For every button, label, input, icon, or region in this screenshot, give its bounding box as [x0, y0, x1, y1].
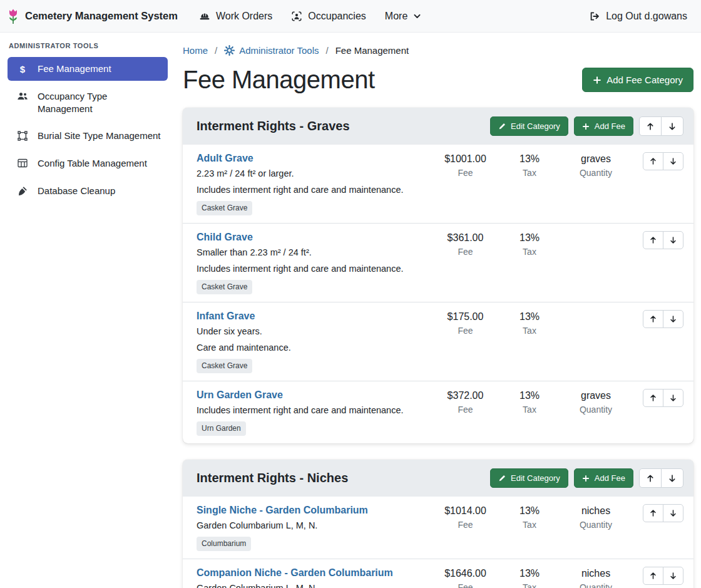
edit-category-label: Edit Category — [511, 473, 560, 483]
move-fee-up-button[interactable] — [643, 504, 663, 522]
fee-name-link[interactable]: Single Niche - Garden Columbarium — [197, 505, 368, 516]
move-category-up-button[interactable] — [639, 116, 662, 136]
move-fee-up-button[interactable] — [643, 231, 663, 249]
add-fee-category-button[interactable]: Add Fee Category — [582, 68, 693, 92]
nav-work-orders-label: Work Orders — [216, 11, 272, 22]
fee-details: Companion Niche - Garden Columbarium Gar… — [193, 566, 432, 588]
gear-icon — [224, 45, 235, 56]
breadcrumb-current: Fee Management — [335, 45, 409, 56]
edit-category-button[interactable]: Edit Category — [490, 116, 568, 136]
fee-amount: $175.00 — [432, 311, 498, 322]
fee-reorder-group — [631, 566, 683, 585]
fee-details: Single Niche - Garden Columbarium Garden… — [193, 503, 432, 551]
page-header: Fee Management Add Fee Category — [183, 66, 693, 94]
chevron-down-icon — [413, 12, 421, 20]
pencil-icon — [498, 123, 506, 130]
app-brand[interactable]: Cemetery Management System — [6, 8, 178, 24]
fee-row: Infant Grave Under six years. Care and m… — [183, 302, 693, 381]
move-category-down-button[interactable] — [661, 116, 683, 136]
move-fee-down-button[interactable] — [663, 231, 683, 249]
fee-name-link[interactable]: Companion Niche - Garden Columbarium — [197, 567, 393, 579]
fee-quantity-label: Quantity — [561, 582, 631, 588]
arrow-up-icon — [649, 509, 657, 517]
move-fee-down-button[interactable] — [663, 389, 683, 407]
arrow-down-icon — [669, 157, 677, 165]
edit-category-button[interactable]: Edit Category — [490, 468, 568, 488]
fee-name-link[interactable]: Adult Grave — [197, 153, 253, 164]
fee-description: Garden Columbarium L, M, N. — [197, 582, 432, 588]
move-fee-up-button[interactable] — [643, 389, 663, 407]
add-fee-button[interactable]: Add Fee — [574, 116, 633, 136]
arrow-down-icon — [669, 394, 677, 402]
fee-type-badge: Casket Grave — [197, 280, 252, 294]
fee-quantity-col: niches Quantity — [561, 566, 631, 588]
fee-name-link[interactable]: Child Grave — [197, 232, 253, 243]
move-fee-up-button[interactable] — [643, 152, 663, 170]
add-fee-label: Add Fee — [595, 473, 625, 483]
logout-label: Log Out d.gowans — [606, 11, 687, 22]
fee-name-link[interactable]: Urn Garden Grave — [197, 389, 283, 401]
breadcrumb-home-link[interactable]: Home — [183, 45, 208, 56]
fee-amount: $1001.00 — [432, 153, 498, 165]
move-category-down-button[interactable] — [661, 468, 683, 488]
fee-amount-col: $361.00 Fee — [432, 230, 498, 257]
fee-description: Includes interment right and care and ma… — [197, 404, 432, 416]
nav-more[interactable]: More — [385, 11, 421, 22]
breadcrumb-admin-tools-link[interactable]: Administrator Tools — [224, 45, 319, 56]
move-fee-down-button[interactable] — [663, 310, 683, 328]
arrow-up-icon — [649, 157, 657, 165]
move-fee-down-button[interactable] — [663, 152, 683, 170]
arrow-up-icon — [649, 572, 657, 580]
add-fee-label: Add Fee — [595, 121, 625, 131]
fee-tax-col: 13% Tax — [498, 152, 561, 178]
sidebar-heading: ADMINISTRATOR TOOLS — [9, 42, 166, 49]
fee-quantity-label: Quantity — [561, 520, 631, 530]
arrow-up-icon — [649, 394, 657, 402]
fee-amount-col: $1646.00 Fee — [432, 566, 498, 588]
arrow-down-icon — [669, 315, 677, 323]
fee-amount-col: $175.00 Fee — [432, 309, 498, 336]
plus-icon — [582, 475, 590, 482]
category-title: Interment Rights - Graves — [197, 119, 490, 133]
fee-quantity: graves — [561, 390, 631, 401]
category-actions: Edit Category Add Fee — [490, 468, 683, 488]
fee-description: Includes interment right and care and ma… — [197, 262, 432, 275]
fee-amount-col: $372.00 Fee — [432, 388, 498, 415]
fee-quantity-col: graves Quantity — [561, 152, 631, 178]
fee-amount-label: Fee — [432, 520, 498, 530]
fee-row: Urn Garden Grave Includes interment righ… — [183, 381, 693, 443]
arrow-up-icon — [649, 315, 657, 323]
table-icon — [16, 158, 29, 168]
move-fee-down-button[interactable] — [663, 567, 683, 585]
nav-occupancies[interactable]: Occupancies — [291, 11, 366, 22]
move-fee-up-button[interactable] — [643, 310, 663, 328]
nav-occupancies-label: Occupancies — [308, 11, 366, 22]
nav-more-label: More — [385, 11, 407, 22]
fee-description: 2.23 m² / 24 ft² or larger. — [197, 167, 432, 180]
fee-name-link[interactable]: Infant Grave — [197, 311, 255, 322]
category-reorder-group — [639, 116, 683, 136]
fee-amount-label: Fee — [432, 326, 498, 336]
fee-quantity: niches — [561, 568, 631, 579]
fee-description: Includes interment right and care and ma… — [197, 183, 432, 196]
move-fee-up-button[interactable] — [643, 567, 663, 585]
sidebar-item-database-cleanup[interactable]: Database Cleanup — [8, 179, 168, 203]
logout-button[interactable]: Log Out d.gowans — [589, 11, 687, 22]
fee-tax-label: Tax — [498, 247, 561, 257]
nav-work-orders[interactable]: Work Orders — [199, 11, 272, 22]
fee-reorder-group — [631, 152, 683, 170]
edit-category-label: Edit Category — [511, 121, 560, 131]
breadcrumb-separator: / — [325, 45, 328, 56]
sidebar-item-burial-site-type-management[interactable]: Burial Site Type Management — [8, 124, 168, 148]
plus-icon — [593, 76, 601, 85]
fee-row: Child Grave Smaller than 2.23 m² / 24 ft… — [183, 223, 693, 302]
sidebar-item-fee-management[interactable]: $ Fee Management — [8, 57, 168, 81]
fee-amount-label: Fee — [432, 247, 498, 257]
fee-type-badge: Casket Grave — [197, 201, 252, 215]
move-fee-down-button[interactable] — [663, 504, 683, 522]
add-fee-button[interactable]: Add Fee — [574, 468, 633, 488]
sidebar-item-config-table-management[interactable]: Config Table Management — [8, 152, 168, 175]
sidebar-item-occupancy-type-management[interactable]: Occupancy Type Management — [8, 85, 168, 121]
add-fee-category-label: Add Fee Category — [606, 75, 683, 85]
move-category-up-button[interactable] — [639, 468, 662, 488]
